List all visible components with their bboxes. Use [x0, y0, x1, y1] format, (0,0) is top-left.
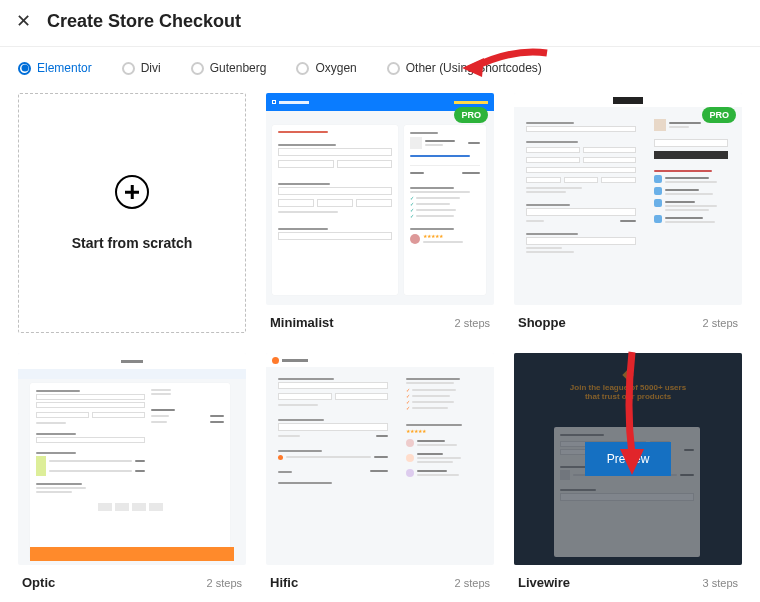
radio-icon	[122, 62, 135, 75]
radio-other[interactable]: Other (Using Shortcodes)	[387, 61, 542, 75]
template-grid: Start from scratch PRO	[0, 93, 760, 602]
template-thumbnail: PRO	[266, 93, 494, 305]
template-steps: 2 steps	[703, 317, 738, 329]
template-title: Optic	[22, 575, 55, 590]
radio-icon	[296, 62, 309, 75]
radio-icon	[18, 62, 31, 75]
template-thumbnail	[18, 353, 246, 565]
template-card-optic[interactable]: Optic 2 steps	[18, 353, 246, 590]
radio-elementor[interactable]: Elementor	[18, 61, 92, 75]
template-title: Minimalist	[270, 315, 334, 330]
modal-header: ✕ Create Store Checkout	[0, 0, 760, 47]
template-thumbnail: ✓ ✓ ✓ ✓ ★★★★★	[266, 353, 494, 565]
radio-oxygen[interactable]: Oxygen	[296, 61, 356, 75]
card-footer: Hific 2 steps	[266, 565, 494, 590]
card-footer: Minimalist 2 steps	[266, 305, 494, 330]
template-title: Hific	[270, 575, 298, 590]
radio-label: Oxygen	[315, 61, 356, 75]
card-footer: Optic 2 steps	[18, 565, 246, 590]
radio-divi[interactable]: Divi	[122, 61, 161, 75]
template-steps: 2 steps	[455, 317, 490, 329]
pro-badge: PRO	[454, 107, 488, 123]
card-footer: Livewire 3 steps	[514, 565, 742, 590]
template-card-hific[interactable]: ✓ ✓ ✓ ✓ ★★★★★	[266, 353, 494, 590]
preview-overlay: Preview	[514, 353, 742, 565]
scratch-label: Start from scratch	[72, 235, 193, 251]
radio-icon	[191, 62, 204, 75]
builder-selector: Elementor Divi Gutenberg Oxygen Other (U…	[0, 47, 760, 93]
radio-icon	[387, 62, 400, 75]
preview-button[interactable]: Preview	[585, 442, 672, 476]
pro-badge: PRO	[702, 107, 736, 123]
card-footer: Shoppe 2 steps	[514, 305, 742, 330]
radio-label: Elementor	[37, 61, 92, 75]
template-card-minimalist[interactable]: PRO	[266, 93, 494, 333]
radio-label: Other (Using Shortcodes)	[406, 61, 542, 75]
plus-circle-icon	[115, 175, 149, 209]
template-title: Livewire	[518, 575, 570, 590]
radio-gutenberg[interactable]: Gutenberg	[191, 61, 267, 75]
page-title: Create Store Checkout	[47, 11, 241, 32]
start-from-scratch-card[interactable]: Start from scratch	[18, 93, 246, 333]
template-card-shoppe[interactable]: PRO	[514, 93, 742, 333]
template-thumbnail: PRO	[514, 93, 742, 305]
template-thumbnail: Join the league of 5000+ users that trus…	[514, 353, 742, 565]
template-steps: 3 steps	[703, 577, 738, 589]
close-icon[interactable]: ✕	[16, 10, 31, 32]
radio-label: Gutenberg	[210, 61, 267, 75]
radio-label: Divi	[141, 61, 161, 75]
template-card-livewire[interactable]: Join the league of 5000+ users that trus…	[514, 353, 742, 590]
template-title: Shoppe	[518, 315, 566, 330]
template-steps: 2 steps	[207, 577, 242, 589]
template-steps: 2 steps	[455, 577, 490, 589]
